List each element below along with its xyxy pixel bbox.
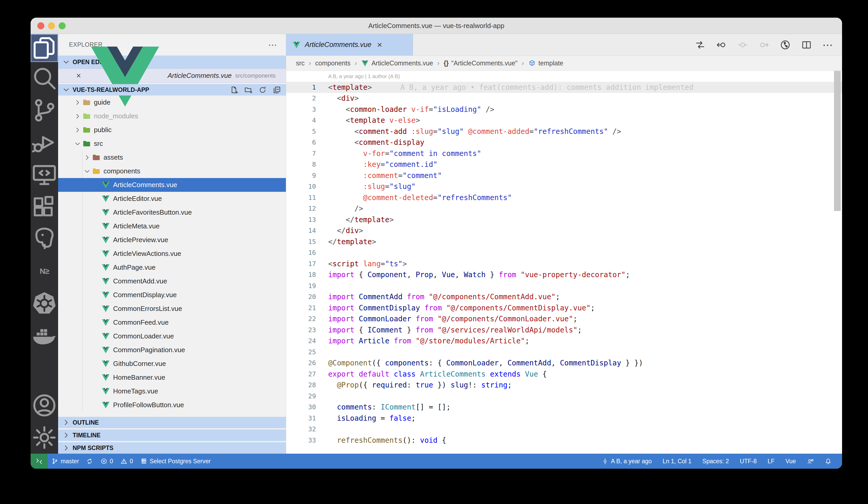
editor-scrollbar[interactable]: [834, 71, 841, 211]
status-item-git-blame[interactable]: A B, a year ago: [598, 458, 655, 465]
zoom-window-button[interactable]: [59, 22, 66, 29]
open-changes-icon[interactable]: [695, 40, 706, 50]
code-line-15[interactable]: 15</template>: [286, 236, 842, 247]
breadcrumb-item[interactable]: {}"ArticleComments.vue": [444, 60, 518, 67]
activity-item-accounts[interactable]: [31, 389, 58, 421]
tree-item-CommonLoader.vue[interactable]: CommonLoader.vue: [58, 329, 286, 343]
tree-item-CommentAdd.vue[interactable]: CommentAdd.vue: [58, 274, 286, 288]
activity-item-explorer[interactable]: [31, 34, 58, 62]
tree-item-ArticleComments.vue[interactable]: ArticleComments.vue: [58, 178, 286, 192]
code-line-4[interactable]: 4 <template v-else>: [286, 115, 842, 126]
code-line-33[interactable]: 33 refreshComments(): void {: [286, 435, 842, 446]
tree-item-CommonFeed.vue[interactable]: CommonFeed.vue: [58, 316, 286, 329]
status-item-eol[interactable]: LF: [764, 458, 778, 465]
tree-item-ProfileFollowButton.vue[interactable]: ProfileFollowButton.vue: [58, 398, 286, 412]
new-folder-icon[interactable]: [244, 86, 253, 94]
activity-item-source-control[interactable]: [31, 94, 58, 126]
chevron-right-icon[interactable]: [73, 112, 82, 120]
tree-item-GithubCorner.vue[interactable]: GithubCorner.vue: [58, 357, 286, 371]
code-line-22[interactable]: 22import CommonLoader from "@/components…: [286, 313, 842, 325]
status-item-encoding[interactable]: UTF-8: [736, 458, 760, 465]
code-line-32[interactable]: 32: [286, 424, 842, 435]
code-line-13[interactable]: 13 </template>: [286, 214, 842, 225]
tree-item-ArticleEditor.vue[interactable]: ArticleEditor.vue: [58, 192, 286, 206]
tree-item-CommentDisplay.vue[interactable]: CommentDisplay.vue: [58, 288, 286, 302]
code-line-16[interactable]: 16: [286, 247, 842, 258]
tree-item-HomeBanner.vue[interactable]: HomeBanner.vue: [58, 371, 286, 384]
code-line-20[interactable]: 20import CommentAdd from "@/components/C…: [286, 291, 842, 302]
code-line-28[interactable]: 28 @Prop({ required: true }) slug!: stri…: [286, 380, 842, 391]
code-line-2[interactable]: 2 <div>: [286, 93, 842, 104]
status-item-errors[interactable]: 0: [97, 458, 117, 465]
file-history-icon[interactable]: [780, 40, 791, 50]
code-line-21[interactable]: 21import CommentDisplay from "@/componen…: [286, 302, 842, 313]
code-line-30[interactable]: 30 comments: IComment[] = [];: [286, 402, 842, 413]
code-line-14[interactable]: 14 </div>: [286, 225, 842, 236]
chevron-down-icon[interactable]: [73, 140, 82, 148]
breadcrumb-item[interactable]: ArticleComments.vue: [361, 60, 433, 67]
code-line-10[interactable]: 10 :slug="slug": [286, 181, 842, 192]
code-line-1[interactable]: 1<template>A B, a year ago • feat(commen…: [286, 82, 842, 93]
activity-item-docker[interactable]: [31, 319, 58, 352]
close-editor-icon[interactable]: ×: [75, 71, 82, 81]
minimize-window-button[interactable]: [48, 22, 55, 29]
collapse-folders-icon[interactable]: [273, 86, 281, 94]
status-item-cursor-position[interactable]: Ln 1, Col 1: [659, 458, 695, 465]
activity-item-run-debug[interactable]: [31, 126, 58, 158]
chevron-right-icon[interactable]: [82, 154, 92, 162]
next-revision-icon[interactable]: [758, 40, 769, 50]
code-line-18[interactable]: 18import { Component, Prop, Vue, Watch }…: [286, 269, 842, 280]
code-line-26[interactable]: 26@Component({ components: { CommonLoade…: [286, 358, 842, 369]
tree-item-components[interactable]: components: [58, 164, 286, 178]
activity-item-settings[interactable]: [31, 421, 58, 454]
explorer-more-actions-icon[interactable]: ⋯: [268, 40, 277, 50]
code-line-7[interactable]: 7 v-for="comment in comments": [286, 148, 842, 159]
section-header-timeline[interactable]: TIMELINE: [58, 430, 286, 441]
code-line-25[interactable]: 25: [286, 347, 842, 358]
breadcrumb-item[interactable]: src: [296, 60, 304, 67]
tree-item-ArticleViewActions.vue[interactable]: ArticleViewActions.vue: [58, 247, 286, 260]
section-header-outline[interactable]: OUTLINE: [58, 417, 286, 428]
tree-item-CommonErrorsList.vue[interactable]: CommonErrorsList.vue: [58, 302, 286, 316]
tree-item-src[interactable]: src: [58, 137, 286, 151]
close-window-button[interactable]: [37, 22, 44, 29]
activity-item-nx-console[interactable]: N≥: [31, 255, 58, 287]
status-item-indentation[interactable]: Spaces: 2: [699, 458, 733, 465]
status-item-postgres-server[interactable]: Select Postgres Server: [137, 458, 214, 465]
tree-item-node_modules[interactable]: node_modules: [58, 109, 286, 123]
remote-indicator[interactable]: [31, 454, 48, 469]
status-item-feedback[interactable]: [803, 458, 817, 465]
project-section-header[interactable]: VUE-TS-REALWORLD-APP: [58, 84, 286, 95]
chevron-right-icon[interactable]: [73, 126, 82, 134]
activity-item-extensions[interactable]: [31, 191, 58, 223]
activity-item-remote-explorer[interactable]: [31, 158, 58, 191]
code-line-6[interactable]: 6 <comment-display: [286, 137, 842, 148]
new-file-icon[interactable]: [230, 86, 238, 94]
tree-item-guide[interactable]: guide: [58, 95, 286, 109]
code-line-12[interactable]: 12 />: [286, 203, 842, 214]
previous-revision-icon[interactable]: [737, 40, 748, 50]
code-line-5[interactable]: 5 <comment-add :slug="slug" @comment-add…: [286, 126, 842, 137]
status-item-branch[interactable]: master: [48, 458, 82, 465]
code-line-9[interactable]: 9 :comment="comment": [286, 170, 842, 181]
tree-item-ArticlePreview.vue[interactable]: ArticlePreview.vue: [58, 233, 286, 247]
code-line-29[interactable]: 29: [286, 391, 842, 402]
code-line-24[interactable]: 24import Article from "@/store/modules/A…: [286, 336, 842, 347]
open-editor-item[interactable]: × ArticleComments.vue src/components: [58, 69, 286, 83]
tab-articlecomments[interactable]: ArticleComments.vue ×: [286, 34, 413, 55]
activity-item-postgresql[interactable]: [31, 223, 58, 255]
code-line-3[interactable]: 3 <common-loader v-if="isLoading" />: [286, 104, 842, 115]
tree-item-ArticleFavoritesButton.vue[interactable]: ArticleFavoritesButton.vue: [58, 206, 286, 219]
code-line-27[interactable]: 27export default class ArticleComments e…: [286, 369, 842, 380]
status-item-notifications[interactable]: [821, 458, 835, 465]
close-tab-icon[interactable]: ×: [377, 40, 382, 50]
tree-item-AuthPage.vue[interactable]: AuthPage.vue: [58, 260, 286, 274]
section-header-npm-scripts[interactable]: NPM SCRIPTS: [58, 442, 286, 454]
activity-item-search[interactable]: [31, 62, 58, 94]
code-line-8[interactable]: 8 :key="comment.id": [286, 159, 842, 170]
code-editor[interactable]: 1<template>A B, a year ago • feat(commen…: [286, 82, 842, 454]
tree-item-HomeTags.vue[interactable]: HomeTags.vue: [58, 384, 286, 398]
status-item-warnings[interactable]: 0: [117, 458, 137, 465]
breadcrumb-item[interactable]: components: [315, 60, 350, 67]
code-line-31[interactable]: 31 isLoading = false;: [286, 413, 842, 424]
